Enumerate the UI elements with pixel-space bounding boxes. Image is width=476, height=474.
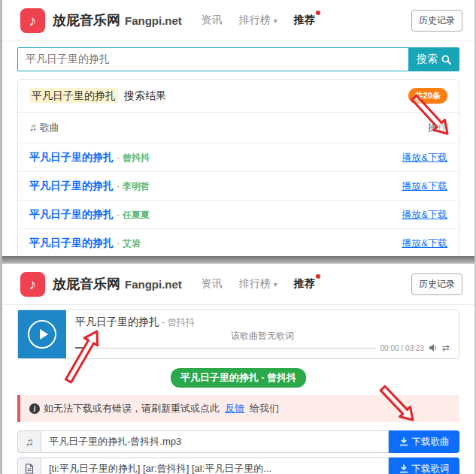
nav-rankings[interactable]: 排行榜▾ (239, 14, 277, 27)
site-domain: Fangpi.net (125, 278, 182, 291)
site-header: ♪ 放屁音乐网 Fangpi.net 资讯 排行榜▾ 推荐 历史记录 (2, 264, 474, 305)
download-song-button[interactable]: 下载歌曲 (389, 430, 459, 453)
music-file-icon: ♫ (17, 430, 41, 453)
lyric-download-row: [ti:平凡日子里的挣扎] [ar:曾抖抖] [al:平凡日子里的... 下载歌… (17, 457, 459, 474)
main-nav: 资讯 排行榜▾ 推荐 (202, 14, 315, 27)
screenshot-divider (2, 256, 474, 264)
volume-icon[interactable] (429, 343, 438, 352)
results-header: 平凡日子里的挣扎 搜索结果 共20条 (18, 80, 459, 113)
song-title: 平凡日子里的挣扎-艾岩 (29, 236, 141, 250)
song-title: 平凡日子里的挣扎-曾抖抖 (29, 150, 150, 165)
nav-recommend[interactable]: 推荐 (294, 277, 315, 291)
artist-name: 艾岩 (123, 238, 141, 249)
history-button[interactable]: 历史记录 (411, 273, 462, 295)
results-title: 平凡日子里的挣扎 搜索结果 (29, 89, 166, 103)
search-bar: 搜索 (17, 47, 459, 71)
artist-name: 任夏夏 (123, 210, 150, 220)
notification-dot-icon (316, 274, 320, 279)
play-download-link[interactable]: 播放&下载 (402, 180, 447, 193)
page: ♪ 放屁音乐网 Fangpi.net 资讯 排行榜▾ 推荐 历史记录 搜索 平凡… (0, 0, 476, 474)
site-name: 放屁音乐网 (53, 11, 120, 29)
song-filename: 平凡日子里的挣扎-曾抖抖.mp3 (41, 430, 389, 453)
history-button[interactable]: 历史记录 (411, 10, 462, 32)
nav-news[interactable]: 资讯 (202, 277, 223, 291)
loop-icon[interactable]: ⇄ (442, 343, 450, 352)
nav-rankings[interactable]: 排行榜▾ (239, 277, 277, 291)
song-row: 平凡日子里的挣扎-李明哲 播放&下载 (18, 172, 459, 201)
song-download-row: ♫ 平凡日子里的挣扎-曾抖抖.mp3 下载歌曲 (17, 430, 459, 453)
search-results-card: 平凡日子里的挣扎 搜索结果 共20条 ♫歌曲 操作 平凡日子里的挣扎-曾抖抖 播… (17, 79, 459, 256)
notice-text-suffix: 给我们 (250, 402, 279, 415)
notice-text: 如无法下载或有错误，请刷新重试或点此 (44, 402, 220, 415)
nav-rankings-label: 排行榜 (239, 277, 271, 289)
table-header: ♫歌曲 操作 (18, 113, 459, 143)
player-song-title: 平凡日子里的挣扎 - 曾抖抖 (75, 315, 450, 329)
search-button[interactable]: 搜索 (408, 47, 459, 71)
play-download-link[interactable]: 播放&下载 (402, 208, 447, 222)
song-row: 平凡日子里的挣扎-艾岩 播放&下载 (18, 229, 459, 256)
player-body: 平凡日子里的挣扎 - 曾抖抖 该歌曲暂无歌词 00:00 / 03:23 ⇄ (66, 310, 459, 358)
song-row: 平凡日子里的挣扎-任夏夏 播放&下载 (18, 201, 459, 229)
main-nav: 资讯 排行榜▾ 推荐 (202, 277, 315, 291)
feedback-link[interactable]: 反馈 (225, 402, 244, 415)
chevron-down-icon: ▾ (274, 280, 277, 288)
nav-recommend-label: 推荐 (294, 14, 315, 26)
song-badge: 平凡日子里的挣扎 - 曾抖抖 (171, 368, 307, 388)
nav-news[interactable]: 资讯 (202, 14, 223, 27)
lyric-file-icon (17, 457, 41, 474)
play-button[interactable] (18, 310, 66, 358)
download-icon (399, 437, 408, 446)
song-row: 平凡日子里的挣扎-曾抖抖 播放&下载 (18, 143, 459, 172)
nav-recommend[interactable]: 推荐 (294, 14, 315, 27)
nav-recommend-label: 推荐 (294, 277, 315, 289)
progress-row: 00:00 / 03:23 ⇄ (75, 343, 450, 352)
time-display: 00:00 / 03:23 (380, 344, 424, 352)
search-results-screenshot: ♪ 放屁音乐网 Fangpi.net 资讯 排行榜▾ 推荐 历史记录 搜索 平凡… (2, 0, 474, 256)
site-logo[interactable]: ♪ (20, 272, 45, 297)
play-icon (28, 320, 56, 349)
site-logo[interactable]: ♪ (20, 8, 45, 33)
highlighted-term: 平凡日子里的挣扎 (29, 88, 118, 103)
download-lyric-button[interactable]: 下载歌词 (389, 457, 459, 474)
site-domain: Fangpi.net (125, 14, 182, 27)
song-title: 平凡日子里的挣扎-任夏夏 (29, 207, 150, 222)
song-title: 平凡日子里的挣扎-李明哲 (29, 179, 150, 193)
music-note-icon: ♪ (29, 277, 37, 291)
search-icon (441, 55, 451, 65)
artist-name: 李明哲 (123, 181, 150, 192)
audio-player: 平凡日子里的挣扎 - 曾抖抖 该歌曲暂无歌词 00:00 / 03:23 ⇄ (17, 309, 459, 359)
lyric-preview: [ti:平凡日子里的挣扎] [ar:曾抖抖] [al:平凡日子里的... (41, 457, 389, 474)
badge-row: 平凡日子里的挣扎 - 曾抖抖 (2, 368, 474, 388)
results-title-suffix: 搜索结果 (124, 89, 166, 101)
search-input[interactable] (17, 47, 408, 71)
download-lyric-label: 下载歌词 (412, 463, 450, 474)
player-screenshot: ♪ 放屁音乐网 Fangpi.net 资讯 排行榜▾ 推荐 历史记录 平凡日子里… (2, 264, 474, 474)
site-name: 放屁音乐网 (53, 275, 120, 293)
player-artist: 曾抖抖 (168, 317, 195, 328)
site-header: ♪ 放屁音乐网 Fangpi.net 资讯 排行榜▾ 推荐 历史记录 (2, 0, 474, 41)
notification-dot-icon (316, 11, 320, 15)
artist-name: 曾抖抖 (123, 152, 150, 163)
progress-bar[interactable] (87, 348, 376, 349)
result-count-badge: 共20条 (408, 88, 447, 104)
chevron-down-icon: ▾ (274, 17, 277, 25)
seek-handle[interactable] (75, 347, 83, 349)
download-icon (399, 464, 408, 473)
column-header-song: ♫歌曲 (29, 121, 59, 134)
info-icon: i (29, 403, 40, 414)
no-lyrics-text: 该歌曲暂无歌词 (75, 330, 450, 343)
column-header-action: 操作 (428, 121, 447, 134)
column-song-label: 歌曲 (40, 122, 59, 133)
search-button-label: 搜索 (417, 53, 438, 66)
download-song-label: 下载歌曲 (412, 436, 450, 448)
play-download-link[interactable]: 播放&下载 (402, 151, 447, 165)
download-notice: i 如无法下载或有错误，请刷新重试或点此 反馈 给我们 (17, 395, 459, 422)
music-note-icon: ♫ (29, 122, 37, 133)
nav-rankings-label: 排行榜 (239, 14, 271, 26)
play-download-link[interactable]: 播放&下载 (402, 237, 447, 250)
music-note-icon: ♪ (29, 14, 37, 28)
